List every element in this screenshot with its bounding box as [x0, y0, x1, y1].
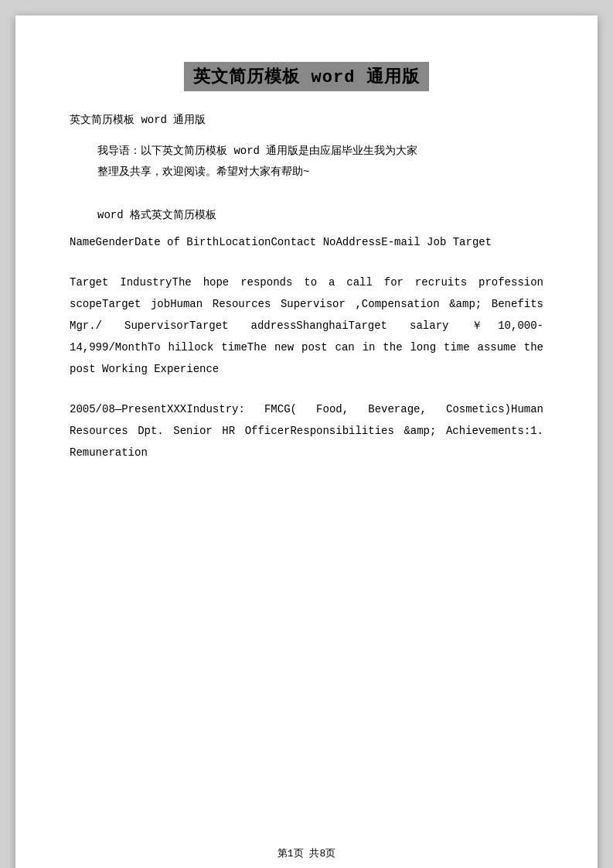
body-paragraph1: NameGenderDate of BirthLocationContact N… [70, 231, 543, 253]
content-area: 英文简历模板 word 通用版 英文简历模板 word 通用版 我导语：以下英文… [70, 62, 543, 837]
body-paragraph2: Target IndustryThe hope responds to a ca… [70, 272, 543, 380]
title-block: 英文简历模板 word 通用版 [70, 62, 543, 91]
spacer3 [70, 380, 543, 398]
intro-text-line1: 我导语：以下英文简历模板 word 通用版是由应届毕业生我为大家 [97, 141, 543, 162]
spacer2 [70, 253, 543, 272]
section-label-text: word 格式英文简历模板 [97, 209, 216, 221]
total-pages: 共8页 [309, 848, 335, 859]
current-page: 第1页 [278, 848, 304, 859]
subtitle-text: 英文简历模板 word 通用版 [70, 114, 206, 126]
intro-block: 我导语：以下英文简历模板 word 通用版是由应届毕业生我为大家 整理及共享，欢… [97, 141, 543, 182]
main-title: 英文简历模板 word 通用版 [184, 62, 428, 91]
page-footer: 第1页 共8页 [15, 846, 598, 860]
subtitle-line: 英文简历模板 word 通用版 [70, 113, 543, 127]
section-label-block: word 格式英文简历模板 [97, 208, 543, 222]
intro-text-line2: 整理及共享，欢迎阅读。希望对大家有帮助~ [97, 162, 543, 183]
body-paragraph3: 2005/08—PresentXXXIndustry: FMCG( Food, … [70, 398, 543, 463]
document-page: 英文简历模板 word 通用版 英文简历模板 word 通用版 我导语：以下英文… [15, 15, 598, 868]
spacer1 [70, 190, 543, 208]
